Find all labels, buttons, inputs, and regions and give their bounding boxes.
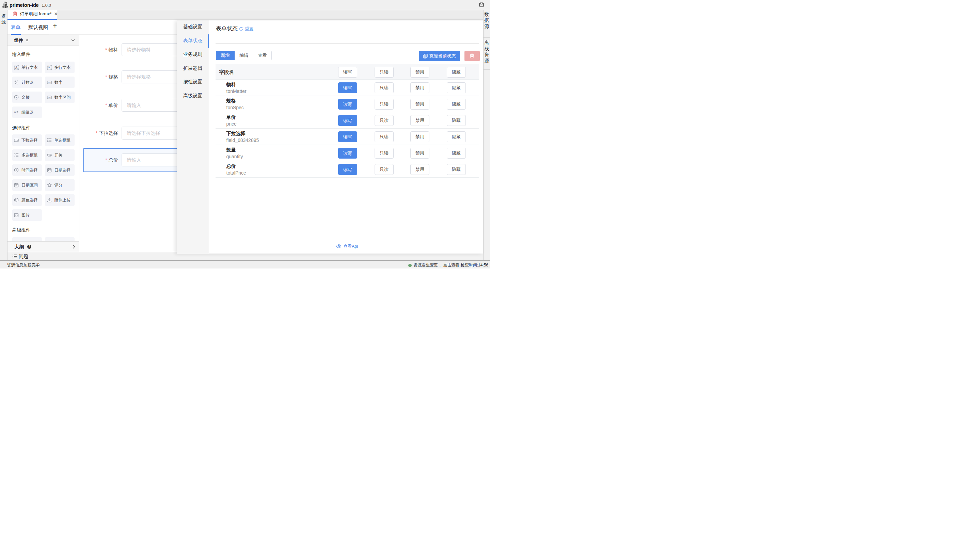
svg-text:A: A — [14, 110, 16, 114]
svg-text:1~3: 1~3 — [48, 96, 51, 99]
svg-text:A: A — [15, 66, 18, 70]
svg-text:123: 123 — [48, 81, 51, 83]
svg-text:¥: ¥ — [16, 96, 18, 99]
svg-text:A: A — [48, 66, 50, 69]
